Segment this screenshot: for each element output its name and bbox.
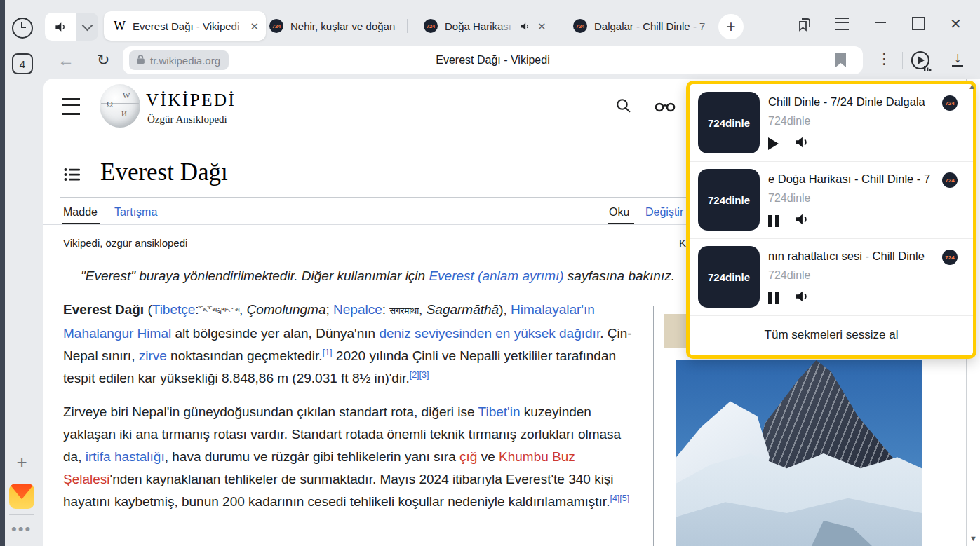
724dinle-favicon: 724 [942, 95, 958, 111]
media-player-icon[interactable] [910, 50, 932, 75]
tab-title: Everest Dağı - Vikipedi [133, 20, 250, 32]
wiki-link[interactable]: zirve [139, 348, 167, 363]
play-icon[interactable] [768, 137, 779, 150]
sidebar-more-button[interactable]: ••• [11, 520, 32, 538]
history-clock-icon[interactable] [12, 18, 33, 39]
audio-tab-item[interactable]: 724dinle Chill Dinle - 7/24 Dinle Dalgal… [690, 84, 973, 162]
toolbar-divider [902, 52, 903, 69]
tab-everest-wikipedia[interactable]: W Everest Dağı - Vikipedi ✕ [104, 11, 266, 41]
volume-icon[interactable] [794, 289, 810, 307]
wiki-wordmark[interactable]: VİKİPEDİ [146, 90, 236, 110]
contents-list-icon[interactable] [64, 168, 81, 182]
wiki-link[interactable]: Nepalce [333, 302, 382, 317]
address-bar[interactable]: tr.wikipedia.org Everest Dağı - Vikipedi [123, 46, 863, 74]
wikipedia-logo[interactable]: Ω W И [100, 84, 140, 128]
paragraph-1: Everest Dağı (Tibetçe: ཇོ་མོ་གླང་མ, Çomo… [63, 299, 633, 390]
724dinle-favicon: 724 [573, 19, 587, 33]
wiki-link[interactable]: Everest (anlam ayrımı) [429, 268, 563, 283]
724dinle-favicon: 724 [269, 19, 283, 33]
tab-title: Doğa Harikası - C [445, 20, 516, 32]
wiki-link[interactable]: deniz seviyesinden en yüksek dağıdır [379, 326, 600, 341]
volume-icon[interactable] [794, 212, 810, 230]
tab-degistir[interactable]: Değiştir [645, 206, 683, 219]
tab-madde[interactable]: Madde [63, 206, 98, 219]
volume-icon[interactable] [794, 135, 810, 153]
wiki-link[interactable]: Tibet'in [478, 404, 521, 419]
tab-title: Dalgalar - Chill Dinle - 7 [594, 20, 717, 32]
tab-doga-harikasi[interactable]: 724 Doğa Harikası - C ✕ [415, 11, 570, 41]
stream-subtitle: 724dinle [768, 192, 811, 205]
site-subtitle: Vikipedi, özgür ansiklopedi [63, 237, 187, 249]
hatnote: "Everest" buraya yönlendirilmektedir. Di… [81, 268, 712, 284]
downloads-icon[interactable]: ↓ [952, 50, 963, 67]
pause-icon[interactable] [768, 292, 779, 304]
everest-photo[interactable] [676, 360, 922, 546]
wiki-link[interactable]: irtifa hastalığı [86, 449, 165, 464]
browser-window: W Everest Dağı - Vikipedi ✕ 724 Nehir, k… [0, 0, 980, 546]
speaker-icon[interactable] [45, 13, 76, 41]
minimize-button[interactable] [874, 22, 887, 23]
sidebar-divider [9, 514, 34, 515]
stream-thumbnail: 724dinle [698, 92, 760, 153]
page-actions-menu-icon[interactable]: ⋮ [877, 50, 892, 67]
tab-count-badge[interactable]: 4 [12, 53, 33, 74]
paragraph-2: Zirveye biri Nepal'in güneydoğusundan çı… [63, 401, 633, 513]
browser-menu-icon[interactable] [835, 18, 849, 30]
audio-tab-item[interactable]: 724dinle nın rahatlatıcı sesi - Chill Di… [690, 238, 973, 316]
tab-oku[interactable]: Oku [609, 206, 629, 219]
tab-audio-speaker-icon[interactable] [516, 21, 533, 32]
scroll-up-arrow[interactable]: ▲ [968, 82, 976, 90]
tab-separator [407, 19, 408, 33]
chevron-down-icon [81, 20, 93, 31]
stream-subtitle: 724dinle [768, 269, 811, 282]
article-title: Everest Dağı [100, 158, 228, 186]
page-title: Everest Dağı - Vikipedi [123, 46, 863, 74]
stream-subtitle: 724dinle [768, 115, 811, 128]
search-icon[interactable] [613, 95, 633, 115]
724dinle-favicon: 724 [424, 19, 438, 33]
wiki-link[interactable]: Tibetçe [152, 302, 196, 317]
tab-nehir-kuslar[interactable]: 724 Nehir, kuşlar ve doğan [261, 11, 414, 41]
tab-title: Nehir, kuşlar ve doğan [290, 20, 410, 32]
new-tab-button[interactable]: + [718, 14, 744, 39]
close-window-button[interactable]: ✕ [950, 15, 962, 32]
stream-title: e Doğa Harikası - Chill Dinle - 7 [768, 172, 938, 186]
reference-link[interactable]: [2][3] [410, 370, 429, 380]
wiki-main-menu-icon[interactable] [62, 98, 80, 115]
tab-dalgalar[interactable]: 724 Dalgalar - Chill Dinle - 7 [565, 11, 721, 41]
appearance-glasses-icon[interactable] [654, 100, 676, 112]
audio-tabs-popup: 724dinle Chill Dinle - 7/24 Dinle Dalgal… [686, 81, 976, 359]
window-edge [0, 0, 5, 546]
tab-separator [713, 19, 713, 33]
mute-dropdown-button[interactable] [76, 13, 98, 41]
close-icon[interactable]: ✕ [537, 21, 546, 32]
reference-link[interactable]: [4][5] [610, 493, 629, 503]
maximize-button[interactable] [912, 17, 925, 30]
stream-thumbnail: 724dinle [698, 246, 760, 308]
audio-tab-item[interactable]: 724dinle e Doğa Harikası - Chill Dinle -… [690, 161, 973, 239]
stream-title: Chill Dinle - 7/24 Dinle Dalgala [768, 95, 938, 109]
pause-icon[interactable] [768, 215, 779, 227]
wiki-tagline: Özgür Ansiklopedi [147, 114, 227, 125]
wiki-link[interactable]: çığ [459, 449, 477, 464]
tab-tartisma[interactable]: Tartışma [114, 206, 157, 219]
yandex-mail-icon[interactable] [9, 484, 34, 509]
reload-button[interactable]: ↻ [97, 51, 109, 69]
tab-mute-control[interactable] [45, 13, 98, 41]
back-button[interactable]: ← [58, 50, 74, 70]
sidebar-add-button[interactable]: + [13, 453, 31, 471]
bookmarks-panel-icon[interactable] [796, 15, 814, 34]
scroll-down-arrow[interactable]: ▼ [969, 534, 977, 542]
mute-all-tabs-button[interactable]: Tüm sekmeleri sessize al [690, 315, 973, 355]
724dinle-favicon: 724 [942, 250, 958, 265]
wikipedia-favicon: W [114, 19, 126, 34]
close-icon[interactable]: ✕ [250, 21, 259, 32]
724dinle-favicon: 724 [942, 172, 958, 188]
stream-thumbnail: 724dinle [698, 169, 760, 231]
reference-link[interactable]: [1] [323, 348, 333, 357]
stream-title: nın rahatlatıcı sesi - Chill Dinle [768, 250, 938, 263]
